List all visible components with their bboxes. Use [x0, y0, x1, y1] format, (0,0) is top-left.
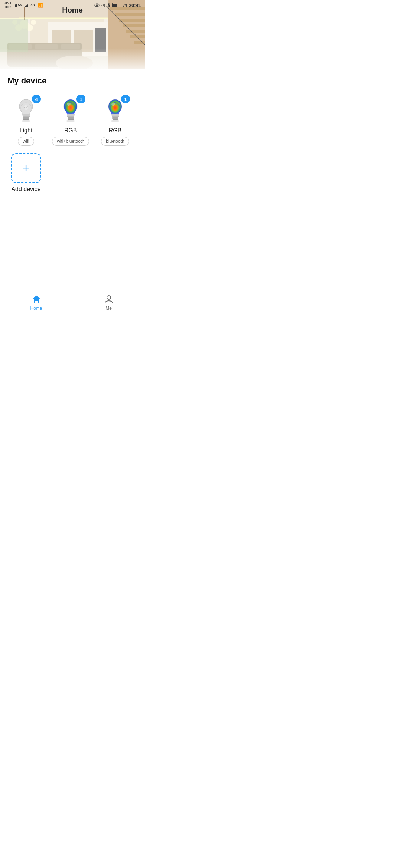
- svg-rect-64: [35, 301, 38, 303]
- profile-icon: [104, 294, 114, 304]
- status-bar: HD 1 HD 2 5G 4G 📶: [0, 0, 145, 10]
- device-name-rgb2: RGB: [109, 127, 122, 134]
- svg-line-4: [103, 6, 104, 6]
- add-device-card[interactable]: + Add device: [7, 153, 45, 193]
- add-plus-icon: +: [23, 162, 30, 174]
- svg-point-65: [107, 296, 111, 299]
- svg-rect-51: [67, 114, 75, 116]
- device-name-rgb1: RGB: [64, 127, 77, 134]
- svg-rect-59: [112, 116, 119, 117]
- 5g-label: 5G: [18, 4, 23, 7]
- device-grid: 4: [7, 95, 137, 193]
- bluetooth-icon: [107, 3, 111, 8]
- svg-rect-45: [23, 117, 29, 119]
- main-content: My device 4: [0, 69, 145, 291]
- nav-me-label: Me: [105, 306, 112, 311]
- svg-rect-39: [0, 19, 28, 52]
- home-icon: [31, 294, 42, 304]
- eye-icon: [94, 3, 100, 7]
- time: 20:41: [129, 3, 141, 8]
- nav-home[interactable]: Home: [0, 294, 72, 311]
- svg-point-24: [31, 20, 36, 25]
- svg-rect-60: [112, 117, 118, 119]
- alarm-icon: [101, 3, 105, 7]
- svg-rect-13: [115, 13, 145, 16]
- hero-section: Home: [0, 0, 145, 74]
- svg-rect-14: [119, 19, 145, 22]
- svg-rect-44: [23, 116, 30, 117]
- svg-rect-43: [22, 114, 30, 116]
- device-tag-rgb1: wifi+bluetooth: [52, 137, 89, 146]
- svg-point-55: [66, 120, 75, 122]
- hd2-label: HD 2: [4, 6, 12, 9]
- device-card-rgb2[interactable]: 1: [97, 95, 134, 146]
- svg-point-62: [111, 120, 120, 122]
- device-icon-wrapper-light: 4: [11, 95, 41, 124]
- device-badge-rgb1: 1: [76, 95, 85, 103]
- 4g-label: 4G: [31, 4, 35, 7]
- device-icon-wrapper-rgb2: 1: [100, 95, 130, 124]
- svg-point-1: [96, 4, 98, 6]
- device-badge-rgb2: 1: [121, 95, 130, 103]
- svg-rect-16: [126, 30, 145, 33]
- device-tag-rgb2: bluetooth: [101, 137, 129, 146]
- hd1-label: HD 1: [4, 2, 12, 5]
- add-device-label: Add device: [11, 186, 40, 193]
- device-tag-light: wifi: [18, 137, 34, 146]
- nav-me[interactable]: Me: [72, 294, 145, 311]
- bottom-nav: Home Me: [0, 291, 145, 313]
- svg-rect-18: [134, 41, 145, 44]
- svg-rect-53: [68, 117, 74, 119]
- add-device-box: +: [11, 153, 41, 183]
- status-left: HD 1 HD 2 5G 4G 📶: [4, 2, 43, 9]
- hd-indicators: HD 1 HD 2: [4, 2, 12, 9]
- section-title: My device: [7, 76, 137, 86]
- device-name-light: Light: [20, 127, 33, 134]
- device-card-rgb1[interactable]: 1: [52, 95, 89, 146]
- device-card-light[interactable]: 4: [7, 95, 45, 146]
- battery-indicator: [112, 3, 121, 7]
- svg-rect-58: [111, 114, 119, 116]
- battery-percent: 74: [123, 3, 127, 7]
- device-icon-wrapper-rgb1: 1: [56, 95, 85, 124]
- device-badge-light: 4: [32, 95, 41, 103]
- 4g-signal: [25, 3, 29, 7]
- nav-home-label: Home: [30, 306, 42, 311]
- status-right: 74 20:41: [94, 3, 141, 8]
- wifi-icon: 📶: [38, 3, 43, 8]
- svg-rect-52: [67, 116, 74, 117]
- svg-point-48: [22, 120, 30, 122]
- 5g-signal: [13, 3, 17, 7]
- svg-rect-40: [19, 17, 108, 19]
